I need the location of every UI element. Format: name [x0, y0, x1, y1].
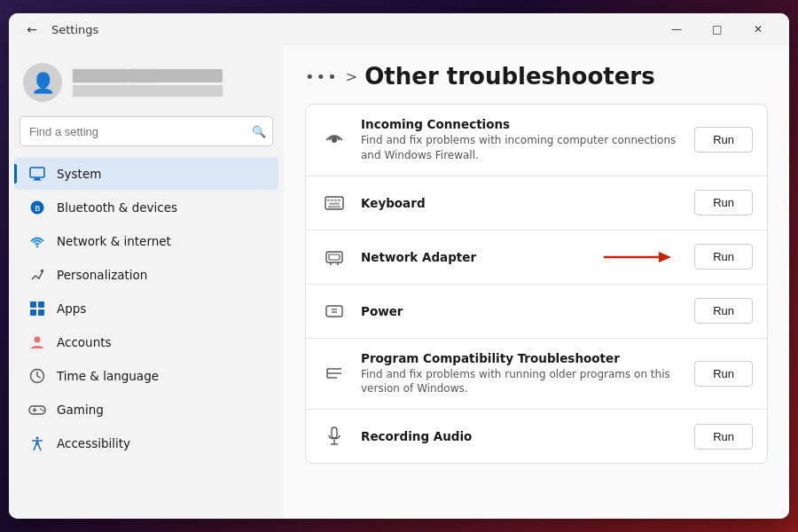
svg-point-18 — [36, 437, 39, 440]
table-row: Power Run — [306, 285, 767, 339]
table-row: Program Compatibility Troubleshooter Fin… — [306, 339, 767, 411]
sidebar-item-network[interactable]: Network & internet — [14, 225, 278, 257]
window-controls: — □ ✕ — [656, 13, 778, 45]
user-info: ██████ ███ ████████████████████ — [73, 69, 223, 97]
table-row: Keyboard Run — [306, 176, 767, 231]
breadcrumb-separator: > — [346, 68, 357, 85]
keyboard-info: Keyboard — [361, 196, 682, 210]
sidebar-item-accessibility[interactable]: Accessibility — [14, 427, 278, 459]
svg-rect-26 — [328, 206, 340, 208]
breadcrumb: ••• > Other troubleshooters — [305, 63, 768, 90]
power-info: Power — [361, 304, 682, 318]
recording-audio-run-button[interactable]: Run — [694, 424, 753, 450]
svg-rect-40 — [332, 427, 337, 438]
sidebar-label-gaming: Gaming — [57, 403, 104, 417]
svg-rect-23 — [334, 199, 337, 201]
svg-rect-22 — [331, 199, 333, 201]
user-profile[interactable]: 👤 ██████ ███ ████████████████████ — [9, 54, 284, 116]
power-run-button[interactable]: Run — [694, 298, 753, 324]
bluetooth-icon: ʙ — [28, 199, 46, 216]
recording-audio-title: Recording Audio — [361, 429, 682, 443]
svg-rect-28 — [329, 254, 340, 260]
user-avatar-icon: 👤 — [31, 72, 55, 94]
sidebar-label-apps: Apps — [57, 301, 86, 316]
apps-icon — [28, 300, 46, 317]
network-adapter-run-button[interactable]: Run — [694, 244, 753, 270]
svg-rect-25 — [329, 202, 340, 205]
network-adapter-info: Network Adapter — [361, 250, 591, 264]
power-icon — [320, 297, 348, 325]
svg-rect-6 — [41, 270, 43, 272]
gaming-icon — [28, 401, 46, 419]
titlebar: ← Settings — □ ✕ — [9, 13, 789, 45]
arrow-indicator — [604, 246, 675, 268]
breadcrumb-more[interactable]: ••• — [305, 67, 339, 86]
table-row: Incoming Connections Find and fix proble… — [306, 105, 767, 176]
svg-rect-0 — [30, 168, 44, 177]
svg-point-5 — [36, 246, 38, 247]
sidebar-item-accounts[interactable]: Accounts — [14, 326, 278, 358]
sidebar: 👤 ██████ ███ ████████████████████ 🔍 — [9, 45, 284, 519]
program-compat-icon — [320, 359, 348, 387]
minimize-button[interactable]: — — [656, 13, 697, 45]
system-icon — [28, 165, 46, 183]
user-email: ████████████████████ — [73, 85, 223, 97]
keyboard-icon — [320, 189, 348, 217]
recording-audio-icon — [320, 422, 348, 450]
svg-point-16 — [40, 409, 42, 411]
sidebar-item-time[interactable]: Time & language — [14, 360, 278, 392]
page-title: Other troubleshooters — [364, 63, 654, 90]
sidebar-item-bluetooth[interactable]: ʙ Bluetooth & devices — [14, 192, 278, 223]
network-adapter-title: Network Adapter — [361, 250, 591, 264]
accessibility-icon — [28, 434, 46, 452]
program-compat-run-button[interactable]: Run — [694, 361, 753, 387]
svg-rect-33 — [326, 306, 342, 317]
sidebar-label-accessibility: Accessibility — [57, 436, 130, 450]
incoming-connections-info: Incoming Connections Find and fix proble… — [361, 117, 682, 163]
sidebar-label-system: System — [57, 167, 101, 181]
sidebar-label-personalization: Personalization — [57, 268, 147, 282]
svg-point-19 — [332, 137, 337, 143]
avatar: 👤 — [23, 63, 62, 102]
settings-window: ← Settings — □ ✕ 👤 ██████ ███ ██████████… — [9, 13, 789, 519]
power-title: Power — [361, 304, 682, 318]
svg-marker-32 — [659, 252, 671, 262]
close-button[interactable]: ✕ — [738, 13, 778, 45]
sidebar-label-bluetooth: Bluetooth & devices — [57, 200, 177, 215]
incoming-connections-run-button[interactable]: Run — [694, 127, 753, 153]
sidebar-item-personalization[interactable]: Personalization — [14, 259, 278, 291]
incoming-connections-icon — [320, 126, 348, 154]
svg-rect-9 — [30, 309, 36, 316]
svg-rect-10 — [38, 309, 44, 316]
sidebar-label-accounts: Accounts — [57, 335, 112, 349]
program-compat-title: Program Compatibility Troubleshooter — [361, 351, 682, 365]
keyboard-run-button[interactable]: Run — [694, 190, 753, 215]
search-box: 🔍 — [20, 116, 273, 146]
search-input[interactable] — [20, 116, 273, 146]
recording-audio-info: Recording Audio — [361, 429, 682, 443]
time-icon — [28, 367, 46, 385]
incoming-connections-desc: Find and fix problems with incoming comp… — [361, 133, 682, 163]
incoming-connections-title: Incoming Connections — [361, 117, 682, 131]
back-button[interactable]: ← — [20, 17, 44, 42]
sidebar-item-system[interactable]: System — [14, 158, 278, 190]
program-compat-desc: Find and fix problems with running older… — [361, 367, 682, 397]
personalization-icon — [28, 266, 46, 284]
sidebar-label-network: Network & internet — [57, 234, 171, 248]
user-name: ██████ ███ — [73, 69, 223, 82]
accounts-icon — [28, 333, 46, 351]
keyboard-title: Keyboard — [361, 196, 682, 210]
network-icon — [28, 232, 46, 250]
program-compat-info: Program Compatibility Troubleshooter Fin… — [361, 351, 682, 397]
sidebar-item-gaming[interactable]: Gaming — [14, 394, 278, 426]
svg-rect-7 — [30, 301, 36, 308]
svg-rect-2 — [33, 180, 42, 181]
table-row: Network Adapter Run — [306, 231, 767, 285]
table-row: Recording Audio Run — [306, 410, 767, 463]
maximize-button[interactable]: □ — [697, 13, 738, 45]
sidebar-label-time: Time & language — [57, 369, 159, 383]
svg-point-11 — [35, 337, 41, 343]
main-content: ••• > Other troubleshooters — [284, 45, 789, 519]
svg-rect-8 — [38, 301, 44, 308]
sidebar-item-apps[interactable]: Apps — [14, 293, 278, 325]
